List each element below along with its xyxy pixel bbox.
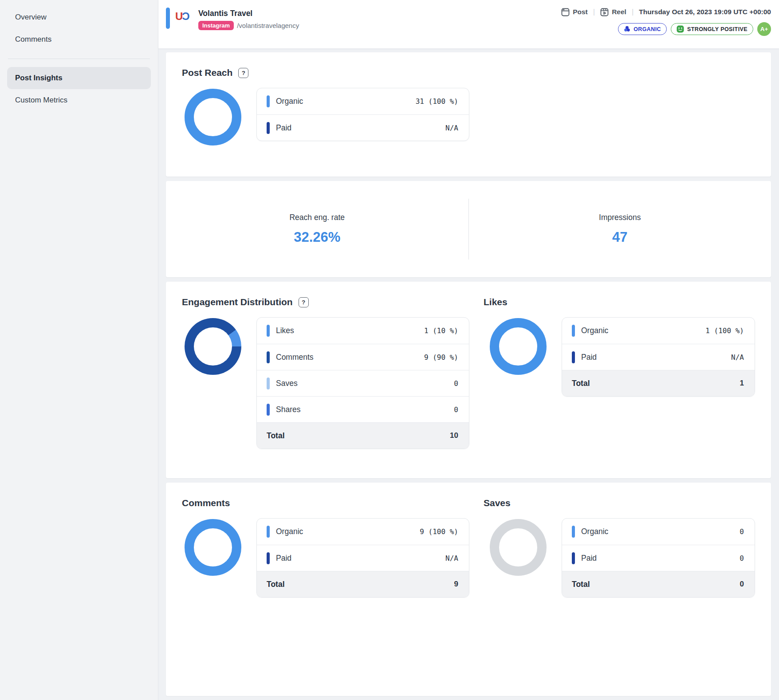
legend-color-chip <box>267 378 270 389</box>
legend-label: Paid <box>276 554 445 563</box>
sidebar-item-overview[interactable]: Overview <box>7 6 151 28</box>
legend-label: Paid <box>581 353 731 362</box>
help-icon[interactable]: ? <box>299 297 309 307</box>
legend-value: 0 <box>740 554 744 562</box>
engagement-distribution-section: Engagement Distribution ? Likes 1 (10 %) <box>182 297 482 463</box>
sidebar-item-label: Custom Metrics <box>15 96 67 105</box>
network-badge: Instagram <box>198 21 234 30</box>
total-label: Total <box>267 580 454 589</box>
organic-badge-label: ORGANIC <box>633 26 661 32</box>
post-type-link[interactable]: Post <box>561 8 588 16</box>
legend-value: 1 (100 %) <box>705 326 744 335</box>
total-value: 9 <box>454 580 458 589</box>
legend-label: Organic <box>276 527 420 536</box>
legend-row-organic: Organic 1 (100 %) <box>562 318 755 344</box>
legend-value: 9 (100 %) <box>420 527 458 536</box>
saves-title: Saves <box>484 498 511 508</box>
legend-color-chip <box>572 526 575 538</box>
legend-row-paid: Paid N/A <box>257 114 469 141</box>
legend-label: Organic <box>276 97 416 106</box>
sidebar-divider <box>8 59 150 59</box>
header-meta: Post | Reel | Thursday Oct 26, 2023 19:0… <box>561 6 771 44</box>
stats-card: Reach eng. rate 32.26% Impressions 47 <box>166 181 771 277</box>
stat-value: 47 <box>612 229 627 245</box>
sidebar-item-comments[interactable]: Comments <box>7 28 151 51</box>
sidebar-item-custom-metrics[interactable]: Custom Metrics <box>7 89 151 111</box>
legend-value: 0 <box>740 527 744 536</box>
engagement-title: Engagement Distribution <box>182 297 293 307</box>
legend-total-row: Total 9 <box>257 571 469 597</box>
legend-color-chip <box>267 404 270 416</box>
legend-row-paid: Paid N/A <box>257 545 469 571</box>
logo-letter: Ɔ <box>182 10 189 23</box>
help-icon[interactable]: ? <box>238 68 248 78</box>
saves-donut-chart <box>490 519 547 576</box>
stat-value: 32.26% <box>294 229 340 245</box>
legend-row-organic: Organic 9 (100 %) <box>257 519 469 545</box>
legend-color-chip <box>267 122 270 134</box>
reel-type-link[interactable]: Reel <box>600 8 626 16</box>
accent-bar <box>166 8 170 29</box>
legend-value: 0 <box>454 405 458 414</box>
likes-title: Likes <box>484 297 508 307</box>
legend-label: Saves <box>276 379 454 388</box>
legend-value: N/A <box>445 124 458 132</box>
content: Post Reach ? Organic 31 (100 %) Paid <box>158 49 779 696</box>
legend-row-shares: Shares 0 <box>257 396 469 422</box>
legend-label: Paid <box>581 554 740 563</box>
legend-color-chip <box>267 552 270 564</box>
comments-saves-card: Comments Organic 9 (100 %) <box>166 483 771 696</box>
app-window: Overview Comments Post Insights Custom M… <box>0 0 779 700</box>
legend-value: N/A <box>731 353 744 362</box>
total-value: 10 <box>450 431 458 440</box>
impressions-stat: Impressions 47 <box>469 194 771 264</box>
stat-label: Impressions <box>599 213 641 222</box>
legend-value: 9 (90 %) <box>424 353 458 362</box>
legend-row-comments: Comments 9 (90 %) <box>257 344 469 370</box>
comments-donut-chart <box>185 519 241 576</box>
legend-value: N/A <box>445 554 458 562</box>
saves-legend: Organic 0 Paid 0 Total 0 <box>562 518 755 598</box>
likes-donut-chart <box>490 318 547 375</box>
grade-badge: A+ <box>757 22 771 36</box>
legend-color-chip <box>572 325 575 337</box>
account-handle: /volantistravelagency <box>237 22 299 29</box>
post-label: Post <box>573 8 588 16</box>
total-label: Total <box>572 379 740 388</box>
legend-total-row: Total 1 <box>562 370 755 396</box>
account-avatar: U Ɔ <box>175 9 194 24</box>
legend-total-row: Total 10 <box>257 422 469 448</box>
legend-value: 0 <box>454 379 458 388</box>
comments-section: Comments Organic 9 (100 %) <box>182 498 482 681</box>
sentiment-badge: STRONGLY POSITIVE <box>671 23 753 35</box>
organic-badge: ORGANIC <box>618 23 667 35</box>
comments-title: Comments <box>182 498 230 508</box>
sidebar-item-label: Post Insights <box>15 74 63 83</box>
separator: | <box>593 8 595 16</box>
engagement-donut-chart <box>185 318 241 375</box>
sidebar-item-post-insights[interactable]: Post Insights <box>7 67 151 89</box>
smiley-icon <box>677 25 684 33</box>
page-header: U Ɔ Volantis Travel Instagram /volantist… <box>158 0 779 49</box>
legend-label: Organic <box>581 527 740 536</box>
legend-color-chip <box>267 526 270 538</box>
comments-legend: Organic 9 (100 %) Paid N/A Total 9 <box>256 518 469 598</box>
legend-color-chip <box>267 95 270 107</box>
legend-row-organic: Organic 31 (100 %) <box>257 88 469 114</box>
legend-label: Comments <box>276 353 424 362</box>
organic-icon <box>624 26 630 32</box>
legend-row-organic: Organic 0 <box>562 519 755 545</box>
post-reach-donut-chart <box>185 89 241 146</box>
legend-label: Organic <box>581 326 705 335</box>
post-reach-title: Post Reach <box>182 67 232 78</box>
legend-label: Likes <box>276 326 424 335</box>
sidebar-item-label: Comments <box>15 35 51 44</box>
engagement-card: Engagement Distribution ? Likes 1 (10 %) <box>166 282 771 478</box>
separator: | <box>632 8 633 16</box>
reach-eng-rate-stat: Reach eng. rate 32.26% <box>166 194 468 264</box>
legend-value: 31 (100 %) <box>416 97 458 106</box>
sentiment-badge-label: STRONGLY POSITIVE <box>687 26 748 32</box>
legend-label: Shares <box>276 405 454 414</box>
post-datetime: Thursday Oct 26, 2023 19:09 UTC +00:00 <box>639 8 771 16</box>
account-name: Volantis Travel <box>198 9 299 18</box>
